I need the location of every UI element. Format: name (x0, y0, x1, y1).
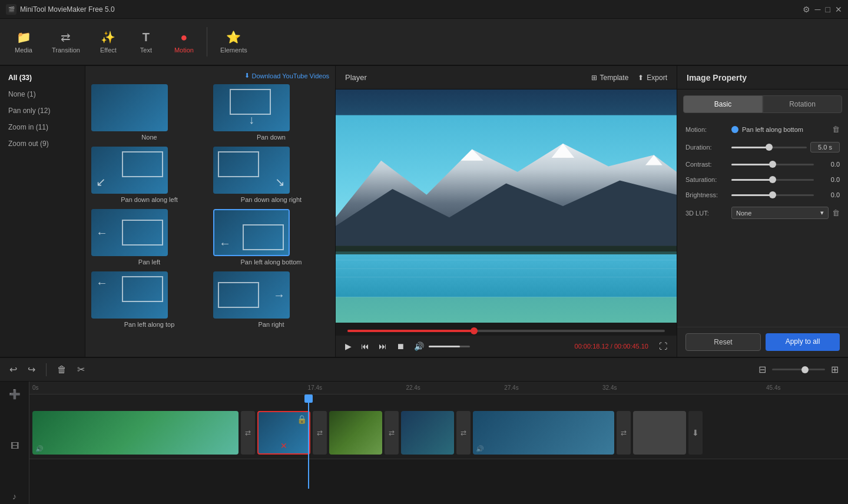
clip-mountain-remove-icon[interactable]: ✕ (280, 441, 287, 450)
template-btn-label: Template (600, 74, 629, 82)
volume-icon[interactable]: 🔊 (412, 340, 426, 352)
player-timeline[interactable] (347, 330, 665, 332)
zoom-slider[interactable] (772, 369, 825, 370)
motion-panel-top: ⬇ Download YouTube Videos (91, 72, 329, 79)
duration-value[interactable]: 5.0 s (810, 142, 840, 152)
clip-moraine[interactable] (329, 411, 382, 455)
timeline-ruler: 0s 17.4s 22.4s 27.4s 32.4s 45.4s (29, 382, 848, 394)
app-logo: 🎬 MiniTool MovieMaker Free 5.0 (6, 4, 115, 15)
saturation-slider[interactable] (731, 179, 814, 181)
motion-pan-left-top[interactable]: ← Pan left along top (91, 271, 207, 328)
minimize-button[interactable]: ─ (815, 5, 821, 14)
toolbar-effect[interactable]: ✨ Effect (91, 25, 126, 58)
player-progress-container[interactable] (336, 323, 677, 336)
transition-3[interactable]: ⇄ (385, 411, 399, 455)
zoom-out-button[interactable]: ⊟ (756, 362, 768, 377)
stop-button[interactable]: ⏹ (394, 340, 407, 352)
ruler-mark-4: 32.4s (602, 384, 617, 391)
delete-button[interactable]: 🗑 (55, 362, 69, 377)
contrast-slider[interactable] (731, 164, 814, 165)
ruler-mark-1: 17.4s (308, 384, 322, 391)
toolbar-motion[interactable]: ● Motion (166, 26, 202, 58)
timeline-playhead[interactable] (308, 394, 309, 489)
tab-rotation[interactable]: Rotation (763, 95, 842, 113)
pan-down-arrow: ↓ (249, 113, 254, 127)
motion-pan-down[interactable]: ↓ Pan down (213, 84, 329, 141)
track-spacer (29, 394, 848, 406)
clip-lake[interactable] (401, 411, 454, 455)
motion-pan-down-left-thumb: ↙ (91, 147, 168, 194)
cat-zoom-in[interactable]: Zoom in (11) (0, 119, 85, 135)
skip-forward-button[interactable]: ⏭ (376, 340, 389, 352)
clip-end[interactable] (633, 411, 686, 455)
tab-basic[interactable]: Basic (683, 95, 763, 113)
duration-slider-thumb (766, 144, 773, 151)
lut-delete-icon[interactable]: 🗑 (832, 208, 840, 217)
download-youtube-btn[interactable]: ⬇ Download YouTube Videos (244, 72, 330, 79)
media-icon: 📁 (16, 30, 31, 44)
motion-row: Motion: Pan left along bottom 🗑 (685, 125, 840, 134)
current-time: 00:00:18.12 (575, 343, 609, 350)
fullscreen-button[interactable]: ⛶ (657, 340, 670, 352)
motion-none[interactable]: None (91, 84, 207, 141)
transition-5[interactable]: ⇄ (617, 411, 631, 455)
pan-down-box (230, 89, 271, 115)
pan-left-bottom-box (243, 224, 284, 250)
lut-row: 3D LUT: None ▾ 🗑 (685, 207, 840, 219)
motion-pan-down-left[interactable]: ↙ Pan down along left (91, 147, 207, 203)
cat-none[interactable]: None (1) (0, 86, 85, 102)
cat-all[interactable]: All (33) (0, 69, 85, 86)
motion-pan-left-top-thumb: ← (91, 271, 168, 319)
cut-button[interactable]: ✂ (75, 362, 87, 377)
undo-button[interactable]: ↩ (7, 362, 19, 377)
motion-none-label: None (91, 134, 207, 141)
add-media-icon[interactable]: ➕ (9, 389, 21, 400)
export-btn[interactable]: ⬆ Export (638, 74, 667, 82)
video-track: 🔊 ⇄ 🔒 ✕ ⇄ (29, 406, 848, 459)
close-button[interactable]: ✕ (835, 5, 842, 14)
property-panel-title: Image Property (687, 73, 747, 82)
motion-pan-left-bottom[interactable]: ← Pan left along bottom (213, 209, 329, 266)
motion-delete-icon[interactable]: 🗑 (832, 125, 840, 134)
skip-back-button[interactable]: ⏮ (359, 340, 372, 352)
duration-label: Duration: (685, 144, 727, 151)
player-header: Player ⊞ Template ⬆ Export (336, 66, 677, 89)
toolbar-transition[interactable]: ⇄ Transition (44, 25, 88, 58)
timeline-content: ➕ 🎞 ♪ 0s 17.4s 22.4s 27.4s 32.4s 45.4s (0, 382, 848, 504)
clip-mountain2[interactable]: 🔊 (473, 411, 614, 455)
motion-pan-right[interactable]: → Pan right (213, 271, 329, 328)
lut-dropdown[interactable]: None ▾ (731, 207, 829, 219)
redo-button[interactable]: ↪ (25, 362, 38, 377)
maximize-button[interactable]: □ (826, 5, 830, 14)
clip-beach[interactable]: 🔊 (32, 411, 238, 455)
motion-pan-down-right[interactable]: ↘ Pan down along right (213, 147, 329, 203)
brightness-row: Brightness: 0.0 (685, 191, 840, 198)
clip-beach-sound-icon: 🔊 (35, 445, 44, 453)
toolbar-text-label: Text (140, 47, 152, 54)
zoom-in-button[interactable]: ⊞ (829, 362, 841, 377)
settings-icon[interactable]: ⚙ (803, 5, 810, 14)
clip-mountain-selected[interactable]: 🔒 ✕ (257, 411, 310, 455)
volume-slider[interactable] (429, 346, 470, 347)
reset-button[interactable]: Reset (685, 333, 761, 351)
toolbar-text[interactable]: T Text (128, 26, 164, 58)
contrast-row: Contrast: 0.0 (685, 161, 840, 168)
brightness-slider[interactable] (731, 194, 814, 196)
template-btn[interactable]: ⊞ Template (591, 74, 629, 82)
toolbar-media[interactable]: 📁 Media (6, 25, 41, 58)
brightness-value-row: 0.0 (731, 191, 840, 198)
transition-1[interactable]: ⇄ (241, 411, 255, 455)
transition-2[interactable]: ⇄ (313, 411, 327, 455)
window-controls[interactable]: ⚙ ─ □ ✕ (803, 5, 842, 14)
apply-all-button[interactable]: Apply to all (766, 333, 840, 351)
duration-slider[interactable] (731, 147, 807, 148)
pan-left-box (122, 220, 163, 246)
motion-pan-left[interactable]: ← Pan left (91, 209, 207, 266)
transition-4[interactable]: ⇄ (456, 411, 471, 455)
cat-pan-only[interactable]: Pan only (12) (0, 102, 85, 119)
play-button[interactable]: ▶ (343, 340, 354, 352)
player-title: Player (345, 73, 367, 82)
toolbar-elements[interactable]: ⭐ Elements (212, 25, 256, 58)
volume-control[interactable]: 🔊 (412, 340, 470, 352)
cat-zoom-out[interactable]: Zoom out (9) (0, 135, 85, 152)
